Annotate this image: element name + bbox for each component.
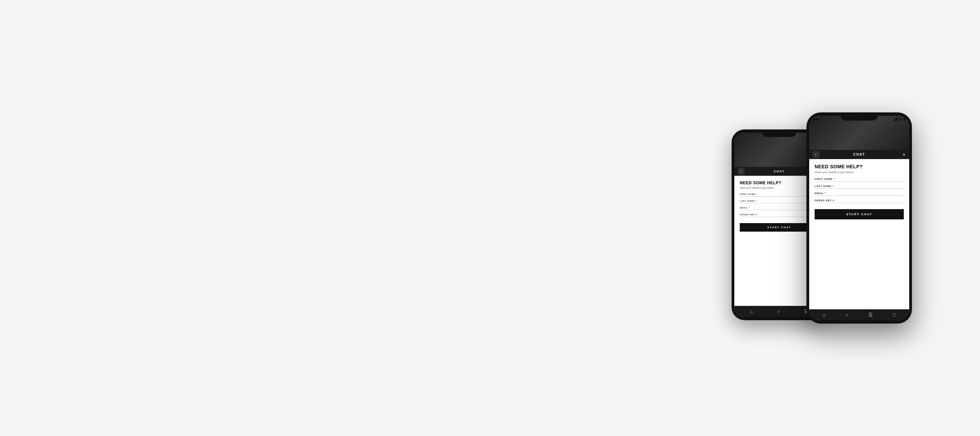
front-first-name-label: FIRST NAME *: [815, 178, 904, 180]
front-last-name-field: LAST NAME *: [815, 185, 904, 189]
front-last-name-line: [815, 188, 904, 189]
front-email-field: EMAIL *: [815, 192, 904, 196]
front-battery-icon: ▮: [904, 118, 905, 121]
front-wifi-icon: ▲: [899, 118, 902, 121]
back-nav-search-icon[interactable]: ○: [777, 308, 780, 314]
front-first-name-field: FIRST NAME *: [815, 178, 904, 182]
front-email-label: EMAIL *: [815, 192, 904, 195]
phone-front: 9:41 ▲ ▮ ‹ CHAT ×: [807, 112, 912, 324]
front-order-ref-line: [815, 203, 904, 203]
back-chat-title: CHAT: [774, 169, 785, 173]
front-order-ref-label: ORDER REF #: [815, 199, 904, 202]
front-start-chat-button[interactable]: START CHAT: [815, 209, 904, 219]
front-nav-search-icon[interactable]: ○: [846, 312, 848, 318]
front-chat-body: NEED SOME HELP? Share your details to ge…: [809, 159, 909, 309]
front-nav-menu-icon[interactable]: ☰: [869, 312, 873, 318]
front-subtitle: Share your details to get started.: [815, 171, 904, 174]
front-time: 9:41: [813, 118, 819, 121]
front-first-name-line: [815, 181, 904, 182]
front-phone-notch: [840, 112, 878, 121]
front-close-icon[interactable]: ×: [903, 152, 906, 157]
front-back-icon[interactable]: ‹: [813, 151, 819, 158]
front-email-line: [815, 195, 904, 196]
front-signal-icon: [894, 118, 898, 121]
phones-container: ‹ CHAT NEED SOME HELP? Share your detail…: [732, 112, 912, 324]
back-nav-home-icon[interactable]: ⌂: [750, 308, 753, 314]
front-phone-screen: ‹ CHAT × NEED SOME HELP? Share your deta…: [809, 116, 909, 320]
front-order-ref-field: ORDER REF #: [815, 199, 904, 203]
back-phone-notch: [762, 129, 796, 137]
front-bottom-nav: ⌂ ○ ☰ □: [809, 309, 909, 320]
back-back-icon[interactable]: ‹: [738, 168, 745, 175]
front-nav-bag-icon[interactable]: □: [893, 312, 896, 318]
front-nav-home-icon[interactable]: ⌂: [822, 312, 825, 318]
front-last-name-label: LAST NAME *: [815, 185, 904, 187]
front-chat-header: ‹ CHAT ×: [809, 150, 909, 159]
front-heading: NEED SOME HELP?: [815, 164, 904, 169]
front-chat-title: CHAT: [853, 153, 865, 157]
